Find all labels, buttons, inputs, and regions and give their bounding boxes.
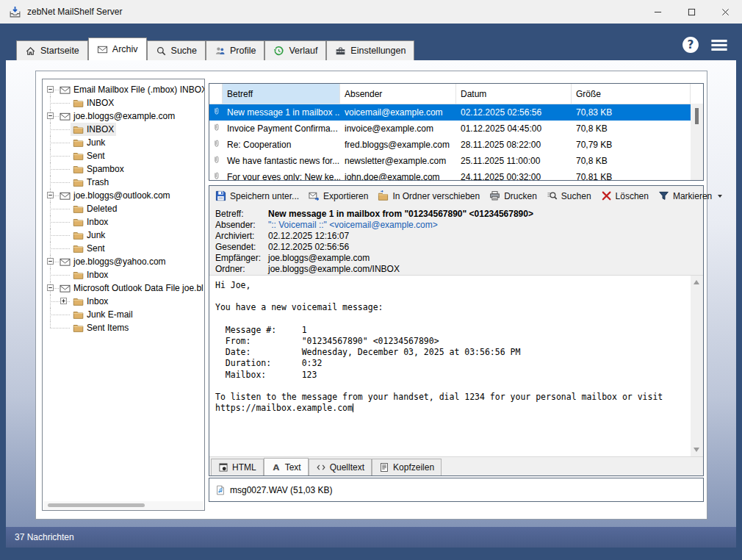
scrollbar-thumb[interactable]	[48, 503, 145, 507]
tree-item-spambox[interactable]: Spambox	[43, 162, 204, 176]
tree-item-sent-items[interactable]: Sent Items	[43, 321, 204, 334]
mailbox-icon	[60, 112, 71, 121]
tree-item-inbox[interactable]: INBOX	[43, 96, 204, 110]
tree-node[interactable]: Junk	[71, 229, 107, 242]
tree-item-label: joe.bloggs@yahoo.com	[73, 256, 166, 267]
tree-node[interactable]: joe.bloggs@example.com	[57, 110, 177, 123]
tree-node[interactable]: Sent	[71, 242, 107, 255]
tree-node[interactable]: Spambox	[71, 162, 126, 176]
tree-item-inbox[interactable]: Inbox	[43, 268, 204, 281]
attachment-indicator-cell	[209, 106, 223, 119]
tab-suche[interactable]: Suche	[147, 40, 206, 60]
view-tab-html[interactable]: HTML	[211, 459, 264, 475]
column-betreff[interactable]: Betreff	[223, 84, 340, 104]
delete-button[interactable]: Löschen	[601, 190, 649, 201]
tab-einstellungen[interactable]: Einstellungen	[326, 40, 414, 60]
tab-profile[interactable]: Profile	[206, 40, 264, 60]
mark-icon	[658, 190, 669, 201]
expand-toggle-icon[interactable]	[47, 284, 54, 291]
tree-node[interactable]: Microsoft Outlook Data File joe.bl	[57, 281, 205, 295]
tree-horizontal-scrollbar[interactable]	[43, 501, 203, 509]
tree-node[interactable]: Inbox	[71, 295, 110, 308]
html-page-icon	[218, 462, 228, 473]
tree-node[interactable]: Junk E-mail	[71, 308, 135, 321]
column-groesse[interactable]: Größe	[572, 84, 691, 104]
tree-item-joe-bloggs-example-com[interactable]: joe.bloggs@example.com	[43, 110, 204, 123]
nav-tabs: StartseiteArchivSucheProfileVerlaufEinst…	[16, 37, 414, 60]
tab-verlauf[interactable]: Verlauf	[264, 40, 326, 60]
maximize-button[interactable]	[674, 0, 708, 24]
move-button[interactable]: In Ordner verschieben	[378, 190, 480, 201]
tree-node[interactable]: Junk	[71, 136, 107, 149]
code-icon	[316, 462, 326, 473]
tree-item-inbox[interactable]: Inbox	[43, 215, 204, 229]
scroll-down-arrow-icon[interactable]	[694, 448, 699, 452]
tree-node[interactable]: Sent Items	[71, 321, 131, 334]
message-body[interactable]: Hi Joe, You have a new voicemail message…	[215, 280, 685, 456]
message-row[interactable]: Invoice Payment Confirma...invoice@examp…	[209, 121, 691, 137]
export-icon	[309, 190, 320, 201]
export-button[interactable]: Exportieren	[309, 190, 368, 201]
save-icon	[215, 190, 226, 201]
print-button[interactable]: Drucken	[489, 190, 537, 201]
tree-item-sent[interactable]: Sent	[43, 149, 204, 162]
tree-node[interactable]: Email Mailbox File (.mbox) INBOX	[57, 83, 205, 96]
folder-icon	[73, 204, 84, 214]
column-absender[interactable]: Absender	[340, 84, 456, 104]
mark-button[interactable]: Markieren	[658, 190, 722, 201]
tree-item-junk[interactable]: Junk	[43, 229, 204, 242]
tree-node[interactable]: Trash	[71, 176, 111, 189]
tree-node[interactable]: Inbox	[71, 215, 110, 229]
tree-item-inbox[interactable]: INBOX	[43, 123, 204, 136]
attachment-name[interactable]: msg0027.WAV (51,03 KB)	[230, 485, 332, 495]
list-vertical-scrollbar[interactable]	[691, 104, 703, 180]
tab-archiv[interactable]: Archiv	[88, 37, 147, 60]
tree-item-microsoft-outlook-data-file-joe-bl[interactable]: Microsoft Outlook Data File joe.bl	[43, 281, 204, 295]
message-row[interactable]: For your eyes only: New ke...john.doe@ex…	[209, 169, 691, 181]
tree-node[interactable]: INBOX	[71, 123, 116, 136]
button-label: Suchen	[561, 191, 591, 201]
tree-item-junk-e-mail[interactable]: Junk E-mail	[43, 308, 204, 321]
svg-text:?: ?	[688, 38, 694, 51]
cell-sender: invoice@example.com	[340, 123, 456, 134]
expand-toggle-icon[interactable]	[47, 258, 54, 265]
body-scrollbar[interactable]	[691, 276, 703, 456]
tree-node[interactable]: joe.bloggs@yahoo.com	[57, 255, 168, 268]
find-button[interactable]: Suchen	[547, 190, 591, 201]
tree-item-email-mailbox-file-mbox-inbox[interactable]: Email Mailbox File (.mbox) INBOX	[43, 83, 204, 96]
view-tab-quelltext[interactable]: Quelltext	[309, 459, 372, 475]
message-row[interactable]: Re: Cooperationfred.bloggs@example.com28…	[209, 137, 691, 153]
tree-item-trash[interactable]: Trash	[43, 176, 204, 189]
column-attachment[interactable]	[209, 84, 223, 104]
field-value[interactable]: ":: Voicemail ::" <voicemail@example.com…	[268, 220, 438, 231]
menu-icon[interactable]	[711, 39, 727, 51]
expand-toggle-icon[interactable]	[47, 112, 54, 119]
close-button[interactable]	[708, 0, 742, 24]
scroll-up-arrow-icon[interactable]	[694, 280, 699, 284]
view-tab-kopfzeilen[interactable]: Kopfzeilen	[372, 459, 442, 475]
column-datum[interactable]: Datum	[456, 84, 572, 104]
tree-item-junk[interactable]: Junk	[43, 136, 204, 149]
scrollbar-thumb[interactable]	[695, 108, 699, 124]
message-row[interactable]: New message 1 in mailbox ...voicemail@ex…	[209, 104, 691, 121]
tree-node[interactable]: Deleted	[71, 202, 119, 215]
tree-node[interactable]: INBOX	[71, 96, 116, 110]
tree-node[interactable]: Inbox	[71, 268, 110, 281]
expand-toggle-icon[interactable]	[47, 192, 54, 198]
help-icon[interactable]: ?	[682, 36, 699, 54]
tree-item-sent[interactable]: Sent	[43, 242, 204, 255]
expand-toggle-icon[interactable]	[47, 86, 54, 93]
view-tab-text[interactable]: AText	[264, 458, 309, 475]
expand-toggle-icon[interactable]	[60, 298, 67, 304]
tree-node[interactable]: joe.bloggs@outlook.com	[57, 189, 173, 202]
tab-startseite[interactable]: Startseite	[16, 40, 88, 60]
tree-item-inbox[interactable]: Inbox	[43, 295, 204, 308]
minimize-button[interactable]	[641, 0, 674, 24]
folder-icon	[73, 231, 84, 240]
tree-item-deleted[interactable]: Deleted	[43, 202, 204, 215]
tree-node[interactable]: Sent	[71, 149, 107, 162]
tree-item-joe-bloggs-outlook-com[interactable]: joe.bloggs@outlook.com	[43, 189, 204, 202]
message-row[interactable]: We have fantastic news for...newsletter@…	[209, 153, 691, 169]
save-button[interactable]: Speichern unter...	[215, 190, 299, 201]
tree-item-joe-bloggs-yahoo-com[interactable]: joe.bloggs@yahoo.com	[43, 255, 204, 268]
